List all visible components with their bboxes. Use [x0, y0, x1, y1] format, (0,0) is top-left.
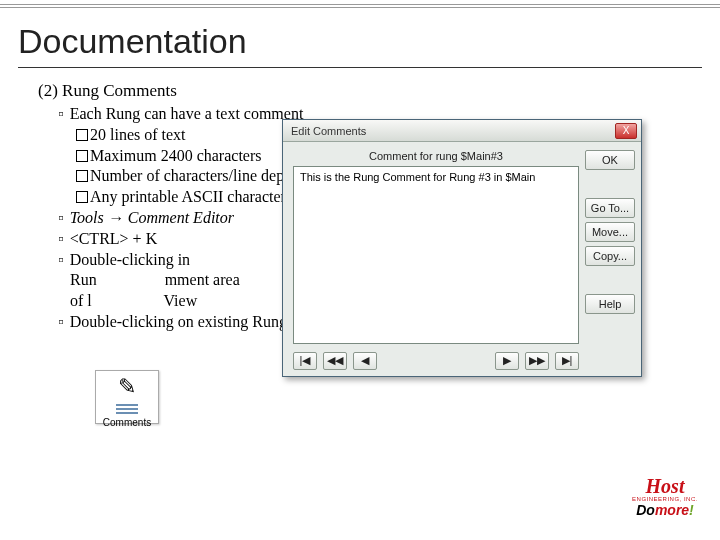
dbl-text1: Double-clicking in [70, 251, 190, 268]
marker-small: ▫ [58, 251, 64, 268]
pencil-icon: ✎ [96, 373, 158, 402]
logo-more: more [655, 502, 689, 518]
goto-button[interactable]: Go To... [585, 198, 635, 218]
comment-text: This is the Rung Comment for Rung #3 in … [294, 167, 578, 187]
marker-small: ▫ [58, 105, 64, 122]
lines-icon [116, 404, 138, 414]
move-button[interactable]: Move... [585, 222, 635, 242]
subbullet-text: 20 lines of text [90, 126, 186, 143]
help-button[interactable]: Help [585, 294, 635, 314]
nav-fwd-button[interactable]: ▶▶ [525, 352, 549, 370]
dbl-text1b-rest: mment area [165, 271, 240, 288]
nav-next-button[interactable]: ▶ [495, 352, 519, 370]
subbullet-text: Any printable ASCII character [90, 188, 286, 205]
edit-comments-dialog: Edit Comments X Comment for rung $Main#3… [282, 119, 642, 377]
editor-word: Comment Editor [128, 209, 234, 226]
close-button[interactable]: X [615, 123, 637, 139]
copy-button[interactable]: Copy... [585, 246, 635, 266]
nav-first-button[interactable]: |◀ [293, 352, 317, 370]
subbullet-text: Maximum 2400 characters [90, 147, 262, 164]
box-icon [76, 129, 88, 141]
marker-small: ▫ [58, 230, 64, 247]
nav-row: |◀ ◀◀ ◀ ▶ ▶▶ ▶| [293, 352, 579, 370]
logo-domore: Domore! [620, 502, 710, 518]
nav-rew-button[interactable]: ◀◀ [323, 352, 347, 370]
dbl-text1c-rest: View [160, 292, 197, 309]
icon-label: Comments [96, 416, 158, 429]
dialog-title-text: Edit Comments [287, 125, 615, 137]
shortcut-text: <CTRL> + K [70, 230, 158, 247]
marker-small: ▫ [58, 313, 64, 330]
dbl-text1b-prefix: Run [70, 271, 97, 288]
comment-textarea[interactable]: This is the Rung Comment for Rung #3 in … [293, 166, 579, 344]
logo-do: Do [636, 502, 655, 518]
tools-word: Tools [70, 209, 104, 226]
logo-host: Host [620, 476, 710, 496]
slide-top-rule [0, 0, 720, 12]
box-icon [76, 191, 88, 203]
nav-prev-button[interactable]: ◀ [353, 352, 377, 370]
comment-for-label: Comment for rung $Main#3 [293, 150, 579, 162]
comments-toolbar-icon: ✎ Comments [95, 370, 159, 424]
logo-bang: ! [689, 502, 694, 518]
dbl-text1c-prefix: of l [70, 292, 92, 309]
dialog-button-column: OK Go To... Move... Copy... Help [585, 150, 635, 314]
nav-last-button[interactable]: ▶| [555, 352, 579, 370]
brand-logo: Host ENGINEERING, INC. Domore! [620, 476, 710, 530]
box-icon [76, 150, 88, 162]
ok-button[interactable]: OK [585, 150, 635, 170]
marker-small: ▫ [58, 209, 64, 226]
dialog-body: Comment for rung $Main#3 This is the Run… [283, 142, 641, 376]
bullet-text: Each Rung can have a text comment [70, 105, 304, 122]
dialog-titlebar[interactable]: Edit Comments X [283, 120, 641, 142]
arrow-icon: → [104, 209, 128, 226]
section-number: (2) Rung Comments [38, 80, 702, 102]
box-icon [76, 170, 88, 182]
